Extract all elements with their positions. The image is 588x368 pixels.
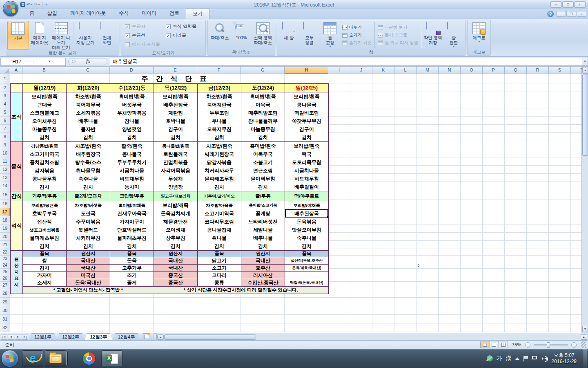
zoom-out-button[interactable]: − (525, 342, 530, 348)
normal-view-shortcut[interactable] (481, 341, 490, 348)
menu-item[interactable]: 참나물들깨무 (241, 117, 285, 125)
menu-item[interactable]: 아욱국 (241, 101, 285, 109)
column-header-G[interactable]: G (241, 67, 285, 74)
menu-item[interactable]: 메추리알조림 (241, 109, 285, 117)
menu-item[interactable]: 단호박샐러드 (110, 226, 154, 234)
origin-cell-2-2[interactable]: 조기 (110, 272, 154, 279)
column-header-O[interactable]: O (461, 67, 483, 74)
origin-cell-1-6[interactable]: 돈육/계육:국내산) (285, 265, 329, 272)
origin-cell-2-0[interactable]: 가자미 (23, 272, 67, 279)
volume-icon[interactable] (542, 356, 548, 361)
menu-cell-dinner-3[interactable]: 보리밥/깨죽돈육김치찌개해물경단전오이생채상추무침김치 (154, 201, 198, 251)
scroll-down-button[interactable]: ▼ (582, 326, 588, 332)
menu-item[interactable]: 비트채무침 (285, 175, 328, 183)
row-header-1[interactable]: 1 (0, 74, 10, 83)
menu-item[interactable]: 비트채무침 (110, 175, 154, 183)
menu-item[interactable]: 쑥갓두부무침 (285, 117, 328, 125)
ribbon-tab-홈[interactable]: 홈 (23, 8, 41, 19)
row-header-12[interactable]: 12 (0, 166, 10, 174)
row-header-23[interactable]: 23 (0, 256, 10, 262)
column-header-E[interactable]: E (154, 67, 197, 74)
last-sheet-button[interactable]: ►| (22, 334, 28, 340)
menu-item[interactable]: 콩나물국 (285, 101, 328, 109)
menu-item[interactable]: 양념깻잎 (110, 125, 154, 133)
zoom-in-button[interactable]: + (571, 342, 577, 348)
menu-item[interactable]: 꽃게탕 (241, 209, 285, 218)
menu-item[interactable]: 치커리무침 (67, 234, 110, 242)
maximize-button[interactable]: □ (562, 1, 574, 8)
split-button[interactable]: 나누기 (341, 23, 373, 31)
origin-cell-3-2[interactable]: 꽃게 (110, 279, 154, 287)
row-header-5[interactable]: 5 (0, 108, 10, 117)
menu-item[interactable]: 무생채 (154, 175, 197, 183)
menu-cell-lunch-1[interactable]: 차조밥/흰죽배추된장국탕수육/소스취나물무침숙주나물김치 (67, 142, 110, 191)
column-header-P[interactable]: P (483, 67, 505, 74)
column-header-A[interactable]: A (10, 67, 22, 74)
menu-item[interactable]: 보리밥/흰죽 (23, 92, 66, 101)
day-header-2[interactable]: 수(12/21)동 (110, 84, 154, 92)
zoom-slider[interactable] (534, 344, 568, 346)
menu-item[interactable]: 시금치나물 (285, 166, 328, 175)
menu-cell-breakfast-3[interactable]: 보리밥/흰죽배추된장국계란찜호박나물김구이김치 (154, 92, 198, 142)
menu-cell-breakfast-0[interactable]: 보리밥/흰죽근대국스크램블에그오이채무침마늘쫑무침김치 (23, 92, 67, 142)
menu-item[interactable]: 토란들깨국 (154, 150, 197, 158)
menu-item[interactable]: 코다리무조림 (198, 218, 241, 226)
row-header-10[interactable]: 10 (0, 149, 10, 157)
help-button[interactable]: ? (547, 11, 554, 17)
menu-item[interactable]: 차조밥/흰죽 (67, 142, 110, 150)
menu-item[interactable]: 스크램블에그 (23, 109, 66, 117)
menu-item[interactable]: 계란찜 (154, 109, 197, 117)
menu-item[interactable]: 건새우아욱국 (110, 209, 154, 218)
row-header-7[interactable]: 7 (0, 125, 10, 133)
day-header-4[interactable]: 금(12/23) (198, 84, 241, 92)
menu-item[interactable]: 김치 (67, 242, 110, 250)
taskbar-excel-button[interactable]: X (101, 350, 122, 367)
row-header-27[interactable]: 27 (0, 282, 10, 289)
menu-item[interactable]: 김치 (285, 133, 328, 141)
horizontal-scrollbar[interactable]: ◄ ► (156, 334, 588, 340)
menu-item[interactable]: 차조밥/흰죽 (198, 92, 241, 101)
macro-button[interactable]: 매크로▾ (469, 21, 489, 49)
menu-item[interactable]: 김치 (23, 242, 66, 250)
origin-cell-0-3[interactable]: 국내산 (154, 257, 198, 265)
menu-item[interactable]: 콩나물무침 (23, 175, 66, 183)
tray-expand-icon[interactable] (515, 357, 519, 360)
menu-item[interactable]: 감자볶음 (23, 166, 66, 175)
menu-item[interactable]: 물파래초무침 (110, 234, 154, 242)
menu-item[interactable]: 오복지무침 (198, 125, 241, 133)
menu-item[interactable]: 주꾸미볶음 (67, 218, 110, 226)
origin-header-2[interactable]: 품목 (110, 251, 154, 257)
menu-item[interactable]: 차조밥/흰죽 (198, 142, 241, 150)
origin-cell-0-6[interactable]: 섭산적(우육:호주산 (285, 257, 329, 265)
row-header-16[interactable]: 16 (0, 200, 10, 208)
row-header-32[interactable]: 32 (0, 323, 10, 332)
column-header-M[interactable]: M (416, 67, 439, 74)
snack-cell-2[interactable]: 크림빵/우유 (110, 191, 154, 201)
menu-item[interactable]: 돈육볶음 (285, 218, 328, 226)
menu-item[interactable]: 섭산적 (23, 218, 66, 226)
origin-cell-0-5[interactable]: 국내산 (241, 257, 285, 265)
sheet-tab-12월1주[interactable]: 12월1주 (29, 333, 57, 340)
clock[interactable]: 오후 5:07 2016-12-29 (552, 352, 577, 365)
show-desktop-button[interactable] (583, 349, 587, 368)
menu-item[interactable]: 호박나물 (154, 117, 197, 125)
menu-item[interactable]: 흑미밥/흰죽 (241, 92, 285, 101)
row-header-29[interactable]: 29 (0, 298, 10, 306)
formula-input[interactable]: 배추된장국 (110, 58, 582, 66)
origin-cell-3-3[interactable]: 중국산 (154, 279, 198, 287)
menu-item[interactable]: 호박두부국 (23, 209, 66, 218)
menu-item[interactable]: 보리밥/흰죽 (154, 92, 197, 101)
menu-item[interactable]: 꽁치김치조림 (23, 158, 66, 166)
select-all-corner[interactable] (0, 67, 10, 74)
origin-cell-2-5[interactable]: 러시아산 (241, 272, 285, 279)
checkbox-눈금선[interactable]: ✓눈금선 (125, 32, 160, 38)
ribbon-tab-삽입[interactable]: 삽입 (41, 8, 64, 19)
menu-item[interactable]: 떡국 (285, 150, 328, 158)
row-header-25[interactable]: 25 (0, 269, 10, 275)
namebox-dropdown-icon[interactable]: ▼ (33, 60, 66, 63)
name-box[interactable]: H17▼ (0, 58, 66, 66)
menu-item[interactable]: 마늘쫑무침 (241, 125, 285, 133)
menu-item[interactable]: 참나물 (110, 117, 154, 125)
menu-item[interactable]: 소세지볶음 (67, 109, 110, 117)
menu-cell-dinner-5[interactable]: 흑미밥/소고기죽꽃게탕느타리버섯전세발나물배추나물김치 (241, 201, 285, 251)
